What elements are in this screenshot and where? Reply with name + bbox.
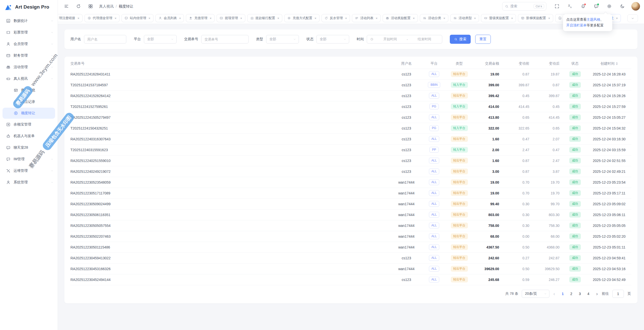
cell-status: 成功 (563, 144, 587, 155)
tab-充值管理[interactable]: 充值管理× (186, 14, 215, 22)
tab-活动列表[interactable]: 活动列表× (352, 14, 381, 22)
fullscreen-icon[interactable] (552, 2, 561, 11)
tab-代理佣金管理[interactable]: 代理佣金管理× (85, 14, 120, 22)
close-icon[interactable]: × (511, 16, 513, 20)
settings-gear-icon[interactable] (605, 2, 614, 11)
time-range-picker[interactable]: 开始时间 - 结束时间 (367, 35, 442, 44)
sidebar-item-彩票管理[interactable]: 彩票管理 (0, 27, 58, 38)
sidebar-item-会员管理[interactable]: 会员管理 (0, 38, 58, 50)
cell-amount: 68.00 (472, 231, 503, 242)
sidebar-item-label: 余额宝管理 (14, 122, 31, 127)
theme-style-link[interactable]: 主题风格 (587, 18, 600, 21)
close-icon[interactable]: × (548, 16, 550, 20)
page-size-select[interactable]: 20条/页 (522, 290, 549, 298)
type-badge: 转出平台 (451, 233, 468, 239)
sidebar-item-商户信息[interactable]: 商户信息 (0, 85, 58, 96)
username-input[interactable] (84, 35, 126, 44)
prev-page-button[interactable]: ‹ (553, 292, 555, 296)
chevron-down-icon (51, 54, 54, 57)
tabs-overflow-button[interactable] (627, 14, 638, 22)
global-search-input[interactable]: 搜索 Ctrl k (502, 2, 546, 11)
tab-反水管理[interactable]: 反水管理× (321, 14, 350, 22)
sidebar-item-IM管理[interactable]: IM管理 (0, 153, 58, 165)
tab-站内信管理[interactable]: 站内信管理× (122, 14, 153, 22)
next-page-button[interactable]: › (596, 292, 598, 296)
close-icon[interactable]: × (314, 16, 316, 20)
apps-grid-icon[interactable] (86, 2, 95, 11)
trade-no-input[interactable] (201, 35, 249, 44)
close-icon[interactable]: × (277, 16, 279, 20)
status-select[interactable]: 全部 (316, 35, 349, 44)
dark-mode-moon-icon[interactable] (618, 2, 627, 11)
close-icon[interactable]: × (77, 16, 79, 20)
sidebar-item-投注记录[interactable]: 投注记录 (0, 96, 58, 108)
platform-badge: ALL (429, 71, 439, 77)
sidebar-item-活动管理[interactable]: 活动管理 (0, 61, 58, 73)
sidebar-item-机器人与发单[interactable]: 机器人与发单 (0, 130, 58, 142)
topbar: 真人视讯 / 额度转让 搜索 Ctrl k 文A (58, 0, 644, 13)
table-row: RA202512241628431411cs123ALL转出平台19.000.8… (70, 69, 631, 79)
close-icon[interactable]: × (474, 16, 476, 20)
sidebar-item-额度转让[interactable]: 额度转让 (3, 108, 55, 119)
app-logo[interactable]: Art Design Pro (0, 0, 58, 14)
cell-trade-no: T202512241537184597 (70, 79, 391, 90)
sidebar-item-余额宝管理[interactable]: 余额宝管理 (0, 119, 58, 130)
platform-select[interactable]: 全部 (144, 35, 177, 44)
close-icon[interactable]: × (444, 16, 446, 20)
sidebar-item-财务管理[interactable]: 财务管理 (0, 50, 58, 61)
cell-after: 246.27 (533, 274, 563, 285)
sidebar-item-聊天室28[interactable]: 聊天室28 (0, 142, 58, 153)
collapse-menu-icon[interactable] (62, 2, 71, 11)
tab-活动分类[interactable]: 活动分类× (420, 14, 449, 22)
page-number-4[interactable]: 4 (585, 292, 592, 296)
withdraw-icon (220, 16, 223, 20)
breadcrumb-parent[interactable]: 真人视讯 (99, 4, 114, 9)
close-icon[interactable]: × (240, 16, 242, 20)
messages-icon[interactable] (592, 2, 601, 11)
tab-理注册链接[interactable]: 理注册链接× (58, 14, 83, 22)
sidebar-item-真人视讯[interactable]: 真人视讯 (0, 73, 58, 85)
reset-button[interactable]: 重置 (475, 35, 491, 44)
notifications-bell-icon[interactable] (579, 2, 588, 11)
tab-充值方式配置[interactable]: 充值方式配置× (284, 14, 319, 22)
cell-platform: ALL (422, 209, 446, 220)
cell-before: 0.27 (503, 253, 533, 263)
column-header-创建时间[interactable]: 创建时间 (587, 59, 631, 69)
search-button[interactable]: 搜索 (450, 35, 471, 44)
sidebar-item-运维管理[interactable]: 运维管理 (0, 165, 58, 177)
close-icon[interactable]: × (413, 16, 415, 20)
sidebar-item-label: 会员管理 (14, 42, 28, 46)
goto-page-input[interactable] (612, 290, 624, 298)
tab-会员列表[interactable]: 会员列表× (155, 14, 184, 22)
tab-提款银行配置[interactable]: 提款银行配置× (247, 14, 283, 22)
tab-阶梯奖励配置[interactable]: 阶梯奖励配置× (518, 14, 553, 22)
close-icon[interactable]: × (616, 16, 618, 20)
topbar-menu-link[interactable]: 开启顶栏菜单 (566, 23, 587, 27)
close-icon[interactable]: × (345, 16, 347, 20)
page-number-2[interactable]: 2 (568, 292, 575, 296)
tab-晋级奖励配置[interactable]: 晋级奖励配置× (481, 14, 516, 22)
close-icon[interactable]: × (376, 16, 378, 20)
close-icon[interactable]: × (179, 16, 181, 20)
language-icon[interactable]: 文A (566, 2, 575, 11)
cell-trade-no: RA202512230506118351 (70, 209, 391, 220)
tab-活动类型[interactable]: 活动类型× (450, 14, 479, 22)
type-select[interactable]: 全部 (266, 35, 299, 44)
list-gear-icon (453, 16, 457, 20)
sort-icon[interactable] (616, 62, 618, 65)
page-number-3[interactable]: 3 (576, 292, 584, 296)
list-icon (355, 16, 358, 20)
cell-type: 转出平台 (446, 177, 472, 188)
tab-提现管理[interactable]: 提现管理× (217, 14, 245, 22)
cell-type: 转出平台 (446, 274, 472, 285)
refresh-icon[interactable] (74, 2, 83, 11)
user-avatar[interactable] (631, 2, 640, 11)
close-icon[interactable]: × (210, 16, 212, 20)
sidebar-item-系统管理[interactable]: 系统管理 (0, 177, 58, 188)
close-icon[interactable]: × (148, 16, 150, 20)
sidebar-item-数据统计[interactable]: 数据统计 (0, 15, 58, 27)
close-icon[interactable]: × (115, 16, 117, 20)
page-number-1[interactable]: 1 (559, 292, 567, 296)
tab-活动奖励配置[interactable]: 活动奖励配置× (383, 14, 418, 22)
table-row: RA202512230523548059wan17444ALL转出平台19.00… (70, 177, 631, 188)
